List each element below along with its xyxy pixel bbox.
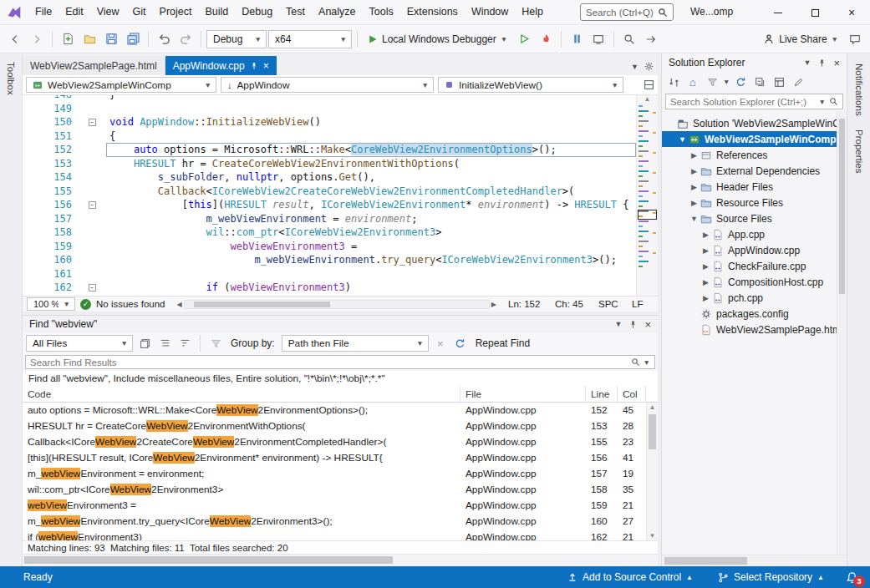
find-result-row[interactable]: auto options = Microsoft::WRL::Make<Core…	[23, 403, 646, 418]
zoom-dropdown[interactable]: 100 %▼	[27, 297, 75, 311]
results-horizontal-scrollbar[interactable]	[23, 554, 658, 566]
type-dropdown[interactable]: ↓ AppWindow▼	[221, 77, 434, 93]
tab-appwindow-cpp[interactable]: AppWindow.cpp ×	[165, 56, 277, 75]
menu-help[interactable]: Help	[515, 0, 550, 24]
tree-item-packages-config[interactable]: packages.config	[662, 306, 847, 322]
tree-item-header-files[interactable]: ▶Header Files	[662, 179, 847, 195]
expander-collapsed-icon[interactable]: ▶	[689, 199, 700, 207]
tree-item-webview2samplepage-htm[interactable]: <>WebView2SamplePage.htm	[662, 322, 847, 337]
tab-webview2samplepage-html[interactable]: WebView2SamplePage.html	[23, 56, 165, 75]
break-all-icon[interactable]	[567, 29, 587, 49]
find-in-files-icon[interactable]	[619, 29, 639, 49]
tree-item-appwindow-cpp[interactable]: ▶++AppWindow.cpp	[662, 242, 847, 258]
tree-vertical-scrollbar[interactable]	[837, 112, 847, 555]
tab-properties[interactable]: Properties	[854, 129, 864, 173]
scroll-right-icon[interactable]: ▶	[491, 301, 496, 308]
redo-icon[interactable]	[176, 29, 196, 49]
pencil-icon[interactable]	[790, 74, 806, 90]
code-line-153[interactable]: 153 HRESULT hr = CreateCoreWebView2Envir…	[23, 157, 636, 171]
tree-item-pch-cpp[interactable]: ▶++pch.cpp	[662, 290, 847, 306]
repeat-find-label[interactable]: Repeat Find	[476, 337, 530, 349]
new-project-icon[interactable]	[58, 29, 78, 49]
expander-expanded-icon[interactable]: ▼	[677, 135, 688, 144]
hot-reload-icon[interactable]	[536, 29, 556, 49]
expander-collapsed-icon[interactable]: ▶	[689, 151, 700, 160]
menu-debug[interactable]: Debug	[235, 0, 279, 24]
code-line-154[interactable]: 154 s_subFolder, nullptr, options.Get(),	[23, 170, 636, 185]
project-dropdown[interactable]: ++ WebView2SampleWinComp▼	[26, 77, 216, 93]
minimap-scrollbar[interactable]: ▲	[636, 95, 658, 296]
find-result-row[interactable]: m_webViewEnvironment.try_query<ICoreWebV…	[23, 514, 646, 530]
find-result-row[interactable]: [this](HRESULT result, ICoreWebView2Envi…	[23, 450, 646, 466]
clear-results-icon[interactable]: ×	[432, 335, 449, 352]
column-col[interactable]: Col	[618, 386, 646, 402]
find-result-row[interactable]: HRESULT hr = CreateCoreWebView2Environme…	[23, 418, 646, 434]
multiple-windows-icon[interactable]	[136, 335, 153, 352]
fold-marker[interactable]: -	[78, 281, 106, 295]
sync-with-active-document-icon[interactable]	[732, 74, 749, 90]
search-solution-explorer-input[interactable]: Search Solution Explorer (Ctrl+;) ▼	[665, 94, 843, 109]
expander-collapsed-icon[interactable]: ▶	[700, 231, 711, 239]
scroll-up-icon[interactable]: ▲	[647, 403, 658, 411]
scrollbar-thumb[interactable]	[24, 556, 393, 564]
tree-item-resource-files[interactable]: ▶Resource Files	[662, 195, 847, 210]
expander-collapsed-icon[interactable]: ▶	[700, 294, 711, 302]
scrollbar-thumb[interactable]	[194, 302, 331, 307]
collapse-all-results-icon[interactable]	[176, 335, 193, 352]
settings-gear-icon[interactable]	[644, 61, 654, 72]
code-line-160[interactable]: 160 m_webViewEnvironment.try_query<ICore…	[23, 253, 636, 267]
filter-icon[interactable]	[704, 74, 720, 90]
tab-notifications[interactable]: Notifications	[854, 63, 864, 116]
expander-collapsed-icon[interactable]: ▶	[700, 246, 711, 255]
split-window-icon[interactable]	[644, 79, 654, 90]
close-panel-icon[interactable]: ×	[644, 318, 651, 331]
find-result-row[interactable]: if (webViewEnvironment3)AppWindow.cpp162…	[23, 530, 646, 540]
scrollbar-thumb[interactable]	[649, 414, 656, 449]
column-line[interactable]: Line	[586, 386, 618, 402]
menu-extensions[interactable]: Extensions	[400, 0, 465, 24]
code-editor[interactable]: 148}149150-void AppWindow::InitializeWeb…	[23, 95, 658, 296]
expander-expanded-icon[interactable]: ▼	[689, 215, 700, 223]
group-by-dropdown[interactable]: Path then File▼	[282, 335, 429, 352]
pin-icon[interactable]	[817, 58, 827, 68]
tab-toolbox[interactable]: Toolbox	[6, 53, 16, 95]
column-file[interactable]: File	[460, 386, 586, 402]
code-line-149[interactable]: 149	[23, 102, 636, 116]
tree-item-references[interactable]: ▶References	[662, 147, 847, 163]
document-list-chevron-icon[interactable]: ▼	[631, 63, 639, 71]
save-icon[interactable]	[101, 29, 121, 49]
menu-window[interactable]: Window	[465, 0, 515, 24]
tree-item-solution-webview2samplewinco[interactable]: Solution 'WebView2SampleWinCo	[662, 115, 847, 131]
code-line-152[interactable]: 152 auto options = Microsoft::WRL::Make<…	[23, 143, 636, 157]
expand-all-icon[interactable]	[156, 335, 173, 352]
tree-item-checkfailure-cpp[interactable]: ▶++CheckFailure.cpp	[662, 258, 847, 274]
code-line-156[interactable]: 156- [this](HRESULT result, ICoreWebView…	[23, 198, 636, 212]
code-line-161[interactable]: 161	[23, 267, 636, 281]
tree-item-source-files[interactable]: ▼Source Files	[662, 210, 847, 226]
menu-tools[interactable]: Tools	[363, 0, 400, 24]
expander-collapsed-icon[interactable]: ▶	[689, 183, 700, 191]
quick-search-input[interactable]: Search (Ctrl+Q)	[580, 3, 674, 21]
member-dropdown[interactable]: InitializeWebView()▼	[438, 77, 623, 93]
attach-to-process-icon[interactable]	[588, 29, 608, 49]
notifications-bell-button[interactable]: 3	[846, 571, 858, 584]
collapse-all-icon[interactable]	[751, 74, 768, 90]
select-repository-button[interactable]: Select Repository ▲	[715, 566, 827, 588]
find-result-row[interactable]: wil::com_ptr<ICoreWebView2Environment3>A…	[23, 482, 646, 498]
menu-project[interactable]: Project	[153, 0, 199, 24]
chevron-down-icon[interactable]: ▼	[723, 78, 730, 86]
find-result-row[interactable]: m_webViewEnvironment = environment;AppWi…	[23, 466, 646, 482]
scrollbar-track[interactable]	[184, 300, 490, 309]
expander-collapsed-icon[interactable]: ▶	[700, 262, 711, 271]
undo-icon[interactable]	[154, 29, 174, 49]
pin-icon[interactable]	[628, 320, 638, 329]
tree-item-app-cpp[interactable]: ▶++App.cpp	[662, 226, 847, 242]
pin-icon[interactable]	[250, 62, 258, 70]
open-file-icon[interactable]	[79, 29, 99, 49]
code-line-151[interactable]: 151{	[23, 129, 636, 144]
solution-configuration-dropdown[interactable]: Debug▼	[206, 30, 267, 48]
navigate-back-icon[interactable]	[5, 29, 25, 49]
tree-item-compositionhost-cpp[interactable]: ▶++CompositionHost.cpp	[662, 274, 847, 290]
menu-build[interactable]: Build	[198, 0, 235, 24]
scroll-left-icon[interactable]: ◀	[176, 301, 181, 308]
